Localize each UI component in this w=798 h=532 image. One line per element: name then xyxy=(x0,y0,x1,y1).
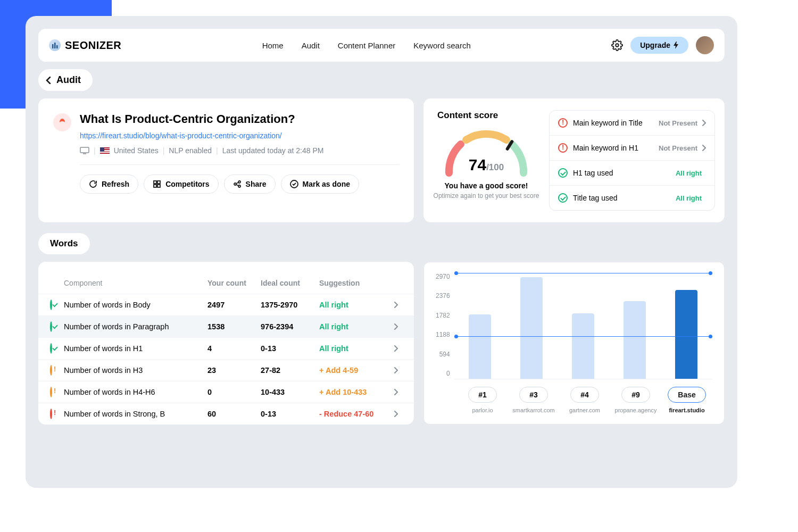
reference-line xyxy=(454,273,712,273)
check-row[interactable]: Main keyword in H1 Not Present xyxy=(550,136,714,161)
words-table-card: Component Your count Ideal count Suggest… xyxy=(38,262,414,425)
y-tick: 2376 xyxy=(436,292,450,300)
row-ideal-count: 10-433 xyxy=(261,388,319,396)
nav-keyword-search[interactable]: Keyword search xyxy=(413,41,471,50)
row-ideal-count: 27-82 xyxy=(261,366,319,375)
check-status: All right xyxy=(676,194,702,202)
chart-bar[interactable] xyxy=(469,314,491,379)
row-component: Number of words in H1 xyxy=(64,344,207,353)
row-ideal-count: 976-2394 xyxy=(261,322,319,331)
share-button[interactable]: Share xyxy=(224,174,276,194)
upgrade-button[interactable]: Upgrade xyxy=(630,37,688,54)
row-ideal-count: 1375-2970 xyxy=(261,301,319,309)
chart-bars xyxy=(454,273,712,379)
page-title: What Is Product-Centric Organization? xyxy=(80,112,399,126)
table-row[interactable]: Number of words in H3 23 27-82 + Add 4-5… xyxy=(38,359,414,381)
chevron-right-icon xyxy=(394,345,402,352)
nav-home[interactable]: Home xyxy=(262,41,284,50)
page-info-card: What Is Product-Centric Organization? ht… xyxy=(38,98,414,222)
action-bar: Refresh Competitors Share Mark as d xyxy=(80,174,399,194)
chart-y-axis: 29702376178211885940 xyxy=(436,273,454,379)
check-row[interactable]: H1 tag used All right xyxy=(550,161,714,186)
mark-done-button[interactable]: Mark as done xyxy=(281,174,359,194)
table-row[interactable]: Number of words in Paragraph 1538 976-23… xyxy=(38,315,414,337)
row-suggestion: All right xyxy=(319,344,394,353)
chart-bar[interactable] xyxy=(624,301,646,379)
row-your-count: 1538 xyxy=(207,322,261,331)
refresh-button[interactable]: Refresh xyxy=(80,174,138,194)
svg-rect-2 xyxy=(56,45,58,48)
check-ok-icon xyxy=(50,300,52,310)
competitor-chart-card: 29702376178211885940 #1 parlor.io #3 sma… xyxy=(423,262,725,425)
main-nav: Home Audit Content Planner Keyword searc… xyxy=(262,41,471,50)
competitors-icon xyxy=(153,180,161,188)
breadcrumb[interactable]: Audit xyxy=(38,69,93,91)
error-icon xyxy=(558,143,568,153)
x-axis-item: Base fireart.studio xyxy=(663,387,711,413)
rank-pill[interactable]: #3 xyxy=(519,387,548,403)
rank-pill[interactable]: #1 xyxy=(468,387,497,403)
table-row[interactable]: Number of words in Strong, B 60 0-13 - R… xyxy=(38,403,414,425)
rank-pill[interactable]: #9 xyxy=(621,387,650,403)
nav-content-planner[interactable]: Content Planner xyxy=(338,41,395,50)
row-your-count: 23 xyxy=(207,366,261,375)
row-component: Number of words in H4-H6 xyxy=(64,388,207,396)
th-your-count: Your count xyxy=(207,279,261,287)
competitors-button[interactable]: Competitors xyxy=(144,174,218,194)
chart-bar[interactable] xyxy=(572,313,594,379)
check-status: All right xyxy=(676,169,702,177)
rank-pill[interactable]: #4 xyxy=(570,387,599,403)
check-row[interactable]: Title tag used All right xyxy=(550,186,714,210)
row-component: Number of words in H3 xyxy=(64,366,207,375)
score-message: You have a good score! xyxy=(430,181,543,190)
brand-logo[interactable]: SEONIZER xyxy=(49,39,121,52)
row-suggestion: + Add 10-433 xyxy=(319,388,394,396)
table-body: Number of words in Body 2497 1375-2970 A… xyxy=(38,294,414,425)
chevron-right-icon xyxy=(394,323,402,330)
chevron-right-icon xyxy=(394,302,402,308)
score-value: 74 xyxy=(469,156,486,173)
error-icon xyxy=(558,118,568,128)
competitor-domain: parlor.io xyxy=(459,407,506,413)
table-row[interactable]: Number of words in H4-H6 0 10-433 + Add … xyxy=(38,381,414,403)
check-ok-icon xyxy=(50,321,52,332)
chevron-right-icon xyxy=(702,120,706,126)
row-ideal-count: 0-13 xyxy=(261,410,319,418)
breadcrumb-label: Audit xyxy=(56,74,81,86)
table-row[interactable]: Number of words in H1 4 0-13 All right xyxy=(38,337,414,359)
last-updated: Last updated today at 2:48 PM xyxy=(222,146,324,155)
nav-audit[interactable]: Audit xyxy=(302,41,320,50)
check-label: Title tag used xyxy=(573,194,676,202)
svg-rect-6 xyxy=(154,181,156,184)
check-status: Not Present xyxy=(659,119,697,127)
upgrade-label: Upgrade xyxy=(640,41,670,49)
lightning-icon xyxy=(674,41,679,49)
check-label: Main keyword in Title xyxy=(573,119,659,127)
x-axis-item: #4 gartner.com xyxy=(561,387,609,413)
row-your-count: 0 xyxy=(207,388,261,396)
settings-icon[interactable] xyxy=(611,39,623,51)
user-avatar[interactable] xyxy=(696,36,714,54)
svg-rect-1 xyxy=(54,43,56,48)
svg-line-13 xyxy=(236,182,238,184)
rank-pill[interactable]: Base xyxy=(668,387,705,403)
table-row[interactable]: Number of words in Body 2497 1375-2970 A… xyxy=(38,294,414,315)
th-suggestion: Suggestion xyxy=(319,279,394,287)
check-row[interactable]: Main keyword in Title Not Present xyxy=(550,111,714,136)
mark-done-label: Mark as done xyxy=(303,180,350,188)
score-heading: Content score xyxy=(430,110,543,121)
th-component: Component xyxy=(64,279,207,287)
competitors-label: Competitors xyxy=(165,180,209,188)
chart-x-axis: #1 parlor.io #3 smartkarrot.com #4 gartn… xyxy=(436,387,712,413)
score-subtext: Optimize again to get your best score xyxy=(430,192,543,200)
row-component: Number of words in Body xyxy=(64,301,207,309)
app-frame: SEONIZER Home Audit Content Planner Keyw… xyxy=(26,16,737,488)
refresh-label: Refresh xyxy=(102,180,129,188)
svg-rect-7 xyxy=(157,181,160,184)
svg-rect-8 xyxy=(154,185,156,187)
svg-point-10 xyxy=(234,183,236,185)
chart-bar[interactable] xyxy=(675,290,697,379)
svg-rect-0 xyxy=(52,44,54,48)
page-url[interactable]: https://fireart.studio/blog/what-is-prod… xyxy=(80,131,399,140)
chart-bar[interactable] xyxy=(520,277,543,379)
